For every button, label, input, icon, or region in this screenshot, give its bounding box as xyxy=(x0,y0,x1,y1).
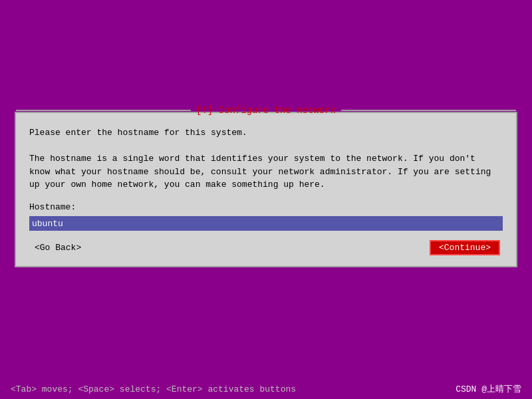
dialog-content: Please enter the hostname for this syste… xyxy=(16,113,516,266)
status-bar: <Tab> moves; <Space> selects; <Enter> ac… xyxy=(0,379,532,399)
title-line-left xyxy=(16,110,191,111)
button-row: <Go Back> <Continue> xyxy=(29,240,503,255)
hostname-label: Hostname: xyxy=(29,202,503,212)
screen: [!] Configure the network Please enter t… xyxy=(0,0,532,399)
desc-line1: Please enter the hostname for this syste… xyxy=(29,126,503,140)
status-left-text: <Tab> moves; <Space> selects; <Enter> ac… xyxy=(11,384,296,394)
desc-line4: up your own home network, you can make s… xyxy=(29,178,503,192)
desc-line2: The hostname is a single word that ident… xyxy=(29,152,503,166)
status-right-text: CSDN @上晴下雪 xyxy=(456,383,521,395)
dialog-title-bar: [!] Configure the network xyxy=(16,105,516,116)
dialog-title: [!] Configure the network xyxy=(191,105,341,116)
description: Please enter the hostname for this syste… xyxy=(29,126,503,192)
desc-line3: know what your hostname should be, consu… xyxy=(29,166,503,179)
dialog: [!] Configure the network Please enter t… xyxy=(15,112,517,267)
title-line-right xyxy=(341,110,516,111)
go-back-button[interactable]: <Go Back> xyxy=(32,240,84,255)
hostname-input-wrapper[interactable] xyxy=(29,216,503,231)
continue-button[interactable]: <Continue> xyxy=(430,240,500,255)
hostname-input[interactable] xyxy=(32,219,500,229)
